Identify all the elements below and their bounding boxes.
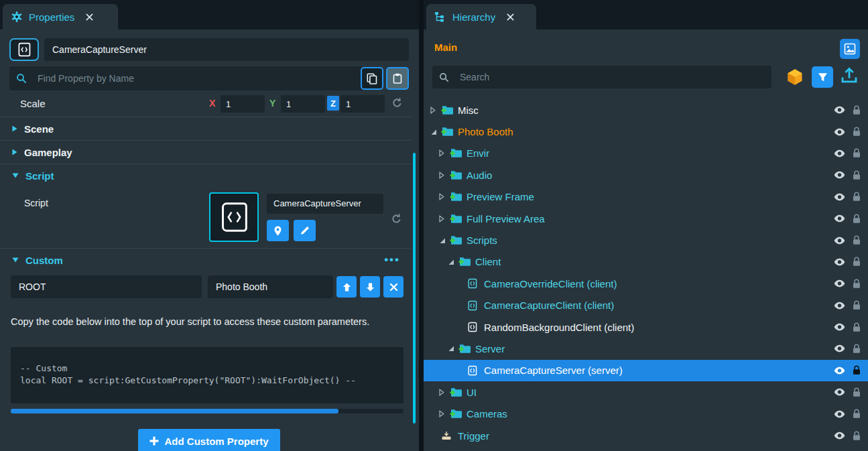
visibility-eye-icon[interactable] (834, 388, 845, 396)
hierarchy-tab[interactable]: Hierarchy (426, 4, 536, 29)
reset-scale-icon[interactable] (391, 97, 403, 109)
visibility-eye-icon[interactable] (834, 323, 845, 331)
lock-icon[interactable] (853, 300, 861, 310)
delete-param-button[interactable] (383, 276, 404, 298)
tree-item-audio[interactable]: Audio (424, 164, 868, 186)
lock-icon[interactable] (853, 279, 861, 289)
tree-item-scripts[interactable]: Scripts (424, 229, 868, 251)
chevron-expanded-icon[interactable] (430, 129, 441, 135)
section-header-scene[interactable]: Scene (0, 117, 411, 140)
tree-item-cameraoverrideclient-client[interactable]: CameraOverrideClient (client) (424, 273, 868, 294)
lock-icon[interactable] (853, 409, 861, 419)
chevron-collapsed-icon[interactable] (439, 193, 450, 200)
section-header-script[interactable]: Script (0, 164, 411, 187)
visibility-eye-icon[interactable] (834, 279, 845, 287)
scale-y-input[interactable] (281, 99, 325, 109)
visibility-eye-icon[interactable] (834, 214, 845, 222)
lock-icon[interactable] (853, 170, 861, 180)
section-header-custom[interactable]: Custom ••• (0, 248, 411, 271)
filter-button[interactable] (812, 66, 833, 88)
custom-param-name-input[interactable] (11, 281, 202, 292)
scale-x-input[interactable] (221, 99, 265, 109)
chevron-expanded-icon[interactable] (448, 259, 458, 265)
visibility-eye-icon[interactable] (834, 106, 845, 114)
lock-icon[interactable] (853, 235, 861, 245)
chevron-collapsed-icon[interactable] (439, 389, 450, 396)
lock-icon[interactable] (853, 105, 861, 115)
tree-item-server[interactable]: Server (424, 338, 868, 359)
tree-item-full-preview-area[interactable]: Full Preview Area (424, 208, 868, 229)
tree-item-envir[interactable]: Envir (424, 143, 868, 164)
close-icon[interactable] (86, 13, 93, 21)
move-param-down-button[interactable] (360, 276, 380, 298)
lock-icon[interactable] (853, 214, 861, 224)
lock-icon[interactable] (853, 365, 861, 375)
asset-package-button[interactable] (786, 68, 804, 86)
visibility-eye-icon[interactable] (834, 149, 845, 157)
visibility-eye-icon[interactable] (834, 193, 845, 201)
lock-icon[interactable] (853, 127, 861, 137)
plus-icon (149, 436, 159, 446)
tree-item-label: Preview Frame (467, 191, 534, 202)
reset-script-icon[interactable] (391, 213, 402, 224)
script-thumbnail[interactable] (209, 192, 259, 242)
scene-root-label[interactable]: Main (434, 42, 457, 53)
export-button[interactable] (839, 66, 859, 86)
lock-icon[interactable] (853, 344, 861, 354)
copy-properties-button[interactable] (361, 67, 383, 90)
visibility-eye-icon[interactable] (834, 237, 845, 245)
object-name-input[interactable] (44, 44, 409, 55)
hierarchy-search-input[interactable] (452, 72, 771, 82)
visibility-eye-icon[interactable] (834, 367, 845, 375)
tree-item-photo-booth[interactable]: Photo Booth (424, 121, 868, 142)
chevron-collapsed-icon[interactable] (439, 172, 450, 179)
custom-param-value-input[interactable] (208, 281, 333, 292)
tree-item-cameras[interactable]: Cameras (424, 403, 868, 424)
tree-item-preview-frame[interactable]: Preview Frame (424, 186, 868, 208)
visibility-eye-icon[interactable] (834, 128, 845, 136)
edit-script-button[interactable] (294, 220, 316, 241)
move-param-up-button[interactable] (336, 276, 357, 298)
horizontal-scrollbar-thumb[interactable] (11, 409, 338, 413)
axis-z-label: Z (327, 96, 339, 111)
visibility-eye-icon[interactable] (834, 344, 845, 352)
properties-tab[interactable]: Properties (3, 4, 118, 29)
lock-icon[interactable] (853, 387, 861, 397)
chevron-collapsed-icon[interactable] (439, 410, 450, 417)
more-options-icon[interactable]: ••• (384, 253, 411, 267)
scale-z-input[interactable] (340, 99, 385, 109)
chevron-collapsed-icon[interactable] (439, 149, 450, 157)
paste-properties-button[interactable] (386, 67, 409, 90)
tree-item-cameracaptureserver-server[interactable]: CameraCaptureServer (server) (424, 360, 868, 381)
visibility-eye-icon[interactable] (834, 410, 845, 418)
section-header-gameplay[interactable]: Gameplay (0, 140, 411, 164)
lock-icon[interactable] (853, 192, 861, 202)
find-in-hierarchy-button[interactable] (267, 220, 289, 241)
chevron-expanded-icon[interactable] (439, 237, 450, 244)
visibility-eye-icon[interactable] (834, 432, 845, 440)
tree-item-ui[interactable]: UI (424, 381, 868, 403)
vertical-scrollbar-thumb[interactable] (413, 153, 416, 424)
chevron-expanded-icon[interactable] (448, 345, 458, 352)
horizontal-scrollbar-track[interactable] (11, 409, 404, 413)
tree-item-misc[interactable]: Misc (424, 99, 868, 121)
tree-item-client[interactable]: Client (424, 251, 868, 273)
visibility-eye-icon[interactable] (834, 258, 845, 266)
close-icon[interactable] (507, 13, 514, 21)
template-button[interactable] (840, 39, 860, 59)
lock-icon[interactable] (853, 431, 861, 441)
lock-icon[interactable] (853, 257, 861, 267)
property-search-input[interactable] (29, 73, 363, 84)
chevron-collapsed-icon[interactable] (430, 107, 441, 114)
visibility-eye-icon[interactable] (834, 171, 845, 179)
add-custom-property-button[interactable]: Add Custom Property (138, 429, 280, 451)
tree-item-randombackgroundclient-client[interactable]: RandomBackgroundClient (client) (424, 316, 868, 338)
visibility-eye-icon[interactable] (834, 302, 845, 310)
tree-item-cameracaptureclient-client[interactable]: CameraCaptureClient (client) (424, 295, 868, 316)
chevron-collapsed-icon[interactable] (439, 215, 450, 222)
lock-icon[interactable] (853, 322, 861, 332)
script-icon (467, 278, 483, 289)
folder-icon (450, 409, 465, 419)
tree-item-trigger[interactable]: Trigger (424, 425, 868, 446)
lock-icon[interactable] (853, 148, 861, 158)
